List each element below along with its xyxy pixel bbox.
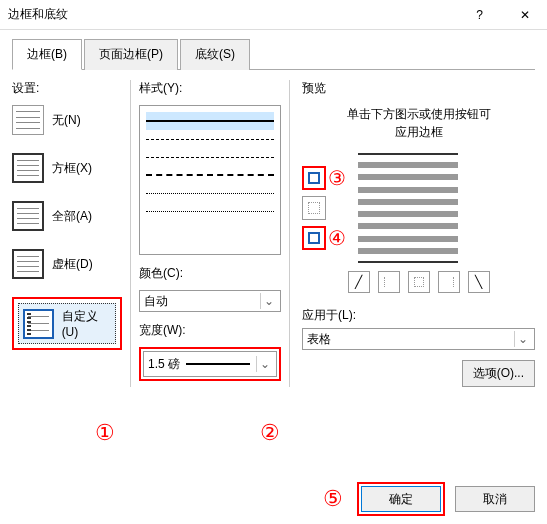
ok-button[interactable]: 确定 — [361, 486, 441, 512]
window-title: 边框和底纹 — [8, 6, 68, 23]
style-option[interactable] — [146, 148, 274, 166]
chevron-down-icon: ⌄ — [260, 293, 276, 309]
setting-grid[interactable]: 虚框(D) — [12, 249, 122, 279]
custom-icon — [23, 309, 54, 339]
color-label: 颜色(C): — [139, 265, 281, 282]
annotation-1: ① — [95, 420, 115, 446]
preview-right-border-button[interactable] — [438, 271, 460, 293]
setting-none[interactable]: 无(N) — [12, 105, 122, 135]
width-dropdown[interactable]: 1.5 磅 ⌄ — [143, 351, 277, 377]
annotation-2: ② — [260, 420, 280, 446]
annotation-box-5: 确定 — [357, 482, 445, 516]
preview-hmiddle-border-button[interactable] — [302, 196, 326, 220]
width-label: 宽度(W): — [139, 322, 281, 339]
settings-label: 设置: — [12, 80, 122, 97]
cancel-button[interactable]: 取消 — [455, 486, 535, 512]
tab-shading[interactable]: 底纹(S) — [180, 39, 250, 70]
style-option[interactable] — [146, 112, 274, 130]
annotation-4: ④ — [328, 226, 346, 250]
preview-diag-button[interactable]: ╱ — [348, 271, 370, 293]
grid-icon — [12, 249, 44, 279]
chevron-down-icon: ⌄ — [514, 331, 530, 347]
titlebar: 边框和底纹 ? ✕ — [0, 0, 547, 30]
preview-hint: 单击下方图示或使用按钮可 应用边框 — [302, 105, 535, 141]
box-icon — [12, 153, 44, 183]
style-option[interactable] — [146, 184, 274, 202]
preview-bottom-border-button[interactable] — [302, 226, 326, 250]
preview-diagram[interactable] — [358, 153, 458, 263]
style-listbox[interactable] — [139, 105, 281, 255]
preview-vmiddle-border-button[interactable] — [408, 271, 430, 293]
close-button[interactable]: ✕ — [502, 0, 547, 30]
apply-label: 应用于(L): — [302, 307, 535, 324]
preview-label: 预览 — [302, 80, 535, 97]
annotation-box-1: 自定义(U) — [12, 297, 122, 350]
preview-diag2-button[interactable]: ╲ — [468, 271, 490, 293]
style-option[interactable] — [146, 166, 274, 184]
chevron-down-icon: ⌄ — [256, 356, 272, 372]
tabs: 边框(B) 页面边框(P) 底纹(S) — [12, 38, 535, 70]
tab-page-border[interactable]: 页面边框(P) — [84, 39, 178, 70]
setting-custom[interactable]: 自定义(U) — [18, 303, 116, 344]
style-option[interactable] — [146, 130, 274, 148]
style-label: 样式(Y): — [139, 80, 281, 97]
setting-all[interactable]: 全部(A) — [12, 201, 122, 231]
setting-box[interactable]: 方框(X) — [12, 153, 122, 183]
style-option[interactable] — [146, 202, 274, 220]
options-button[interactable]: 选项(O)... — [462, 360, 535, 387]
preview-top-border-button[interactable] — [302, 166, 326, 190]
annotation-5: ⑤ — [323, 486, 343, 512]
apply-dropdown[interactable]: 表格 ⌄ — [302, 328, 535, 350]
all-icon — [12, 201, 44, 231]
tab-border[interactable]: 边框(B) — [12, 39, 82, 70]
annotation-box-2: 1.5 磅 ⌄ — [139, 347, 281, 381]
preview-left-border-button[interactable] — [378, 271, 400, 293]
annotation-3: ③ — [328, 166, 346, 190]
none-icon — [12, 105, 44, 135]
help-button[interactable]: ? — [457, 0, 502, 30]
color-dropdown[interactable]: 自动 ⌄ — [139, 290, 281, 312]
